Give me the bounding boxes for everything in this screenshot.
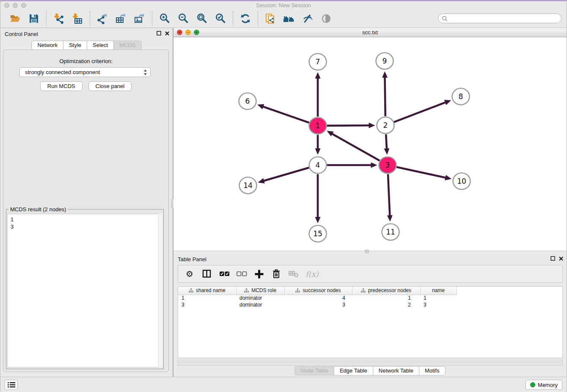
edge-3-to-10[interactable] [396, 167, 451, 180]
zoom-out-icon[interactable] [177, 11, 190, 26]
column-header-name[interactable]: name [420, 287, 457, 295]
table-row[interactable]: 1dominator411 [178, 295, 457, 301]
node-9[interactable]: 9 [376, 53, 394, 69]
edge-3-to-1[interactable] [327, 131, 380, 160]
node-14[interactable]: 14 [239, 177, 257, 194]
mcds-result-groupbox: MCDS result (2 nodes) 13 [6, 209, 164, 369]
add-column-icon[interactable] [253, 267, 264, 281]
node-10[interactable]: 10 [453, 173, 471, 190]
node-8[interactable]: 8 [452, 88, 470, 105]
tab-edge-table[interactable]: Edge Table [334, 366, 373, 375]
memory-button[interactable]: Memory [526, 380, 562, 390]
cell-successor-nodes[interactable]: 4 [284, 295, 352, 301]
control-panel-header: Control Panel [0, 30, 173, 39]
result-scrollbar[interactable] [158, 214, 162, 367]
edge-4-to-3[interactable] [327, 163, 377, 168]
tab-motifs[interactable]: Motifs [419, 366, 446, 375]
cell-predecessor-nodes[interactable]: 1 [352, 295, 420, 301]
function-builder-icon[interactable]: f(x) [306, 267, 319, 281]
edge-4-to-14[interactable] [258, 168, 309, 183]
node-15[interactable]: 15 [309, 226, 327, 242]
cell-shared-name[interactable]: 3 [178, 301, 236, 308]
float-panel-icon[interactable] [157, 31, 161, 36]
run-mcds-button[interactable]: Run MCDS [40, 81, 83, 91]
edge-4-to-15[interactable] [315, 174, 321, 224]
search-input[interactable] [450, 15, 558, 22]
task-history-button[interactable] [5, 380, 18, 390]
node-3[interactable]: 3 [379, 157, 396, 174]
node-11[interactable]: 11 [382, 224, 399, 240]
cell-MCDS-role[interactable]: dominator [236, 301, 284, 308]
close-panel-button[interactable]: Close panel [88, 81, 132, 91]
tab-network[interactable]: Network [31, 41, 63, 50]
export-image-icon[interactable] [133, 11, 146, 26]
float-table-panel-icon[interactable] [550, 256, 555, 261]
column-header-MCDS-role[interactable]: MCDS role [236, 287, 284, 295]
control-panel: Control Panel NetworkStyleSelectMCDS Opt… [0, 28, 173, 377]
cell-shared-name[interactable]: 1 [178, 295, 236, 301]
table-row[interactable]: 3dominator323 [178, 301, 457, 308]
svg-text:11: 11 [386, 228, 395, 236]
edge-1-to-7[interactable] [315, 72, 321, 117]
edge-3-to-11[interactable] [387, 174, 393, 221]
edge-2-to-9[interactable] [382, 71, 388, 116]
delete-column-icon[interactable] [271, 267, 282, 281]
cell-name[interactable]: 1 [420, 295, 457, 301]
tab-mcds[interactable]: MCDS [114, 41, 141, 50]
edge-2-to-8[interactable] [394, 100, 451, 122]
zoom-in-icon[interactable] [158, 11, 171, 26]
node-1[interactable]: 1 [309, 118, 327, 134]
close-table-panel-icon[interactable] [559, 257, 563, 261]
refresh-view-icon[interactable] [239, 11, 252, 26]
zoom-fit-icon[interactable] [195, 11, 208, 26]
settings-gear-icon[interactable]: ⚙ [184, 267, 195, 281]
network-window-titlebar: × − + scc.txt [173, 28, 567, 37]
node-7[interactable]: 7 [309, 54, 327, 70]
export-table-icon[interactable] [115, 11, 127, 26]
copy-network-icon[interactable] [264, 11, 277, 26]
tab-select[interactable]: Select [87, 41, 114, 50]
edge-1-to-4[interactable] [315, 135, 321, 155]
table-horizontal-scrollbar[interactable] [178, 359, 563, 366]
toolbar-icon-groups [3, 9, 339, 28]
eye-slash-icon[interactable] [301, 11, 314, 26]
open-session-icon[interactable] [9, 11, 22, 26]
node-4[interactable]: 4 [309, 157, 327, 174]
svg-text:10: 10 [457, 177, 466, 185]
node-table: shared nameMCDS rolesuccessor nodesprede… [178, 286, 563, 358]
import-network-icon[interactable] [52, 11, 65, 26]
deselect-all-icon[interactable] [236, 267, 247, 281]
edge-1-to-6[interactable] [257, 104, 309, 123]
tab-network-table[interactable]: Network Table [373, 366, 419, 375]
network-canvas[interactable]: 7968124314101511 [173, 37, 567, 251]
homes-icon[interactable] [283, 11, 295, 26]
cell-name[interactable]: 3 [420, 301, 457, 308]
column-header-shared-name[interactable]: shared name [178, 287, 236, 295]
edge-2-to-3[interactable] [384, 134, 389, 155]
column-layout-icon[interactable] [201, 267, 212, 281]
node-2[interactable]: 2 [377, 117, 394, 134]
save-session-icon[interactable] [28, 11, 40, 26]
column-header-successor-nodes[interactable]: successor nodes [284, 287, 352, 295]
select-all-icon[interactable] [219, 267, 230, 281]
window-titlebar: Session: New Session [0, 1, 567, 9]
column-header-predecessor-nodes[interactable]: predecessor nodes [352, 287, 420, 295]
cell-predecessor-nodes[interactable]: 2 [352, 301, 420, 308]
eye-icon[interactable] [320, 11, 333, 26]
criterion-dropdown[interactable]: strongly connected component [19, 67, 151, 77]
window-title: Session: New Session [0, 2, 567, 8]
export-network-icon[interactable] [96, 11, 109, 26]
search-box[interactable] [438, 14, 561, 23]
zoom-selected-icon[interactable] [214, 11, 227, 26]
cell-successor-nodes[interactable]: 3 [284, 301, 352, 308]
edge-1-to-2[interactable] [327, 123, 375, 128]
import-table-icon[interactable] [71, 11, 84, 26]
mcds-result-text[interactable]: 13 [7, 214, 162, 367]
tab-style[interactable]: Style [63, 41, 87, 50]
close-panel-icon[interactable] [165, 31, 169, 36]
cell-MCDS-role[interactable]: dominator [236, 295, 284, 301]
delete-table-icon[interactable] [288, 267, 299, 281]
tab-node-table[interactable]: Node Table [295, 366, 334, 375]
main-toolbar [0, 9, 567, 28]
node-6[interactable]: 6 [239, 93, 256, 110]
